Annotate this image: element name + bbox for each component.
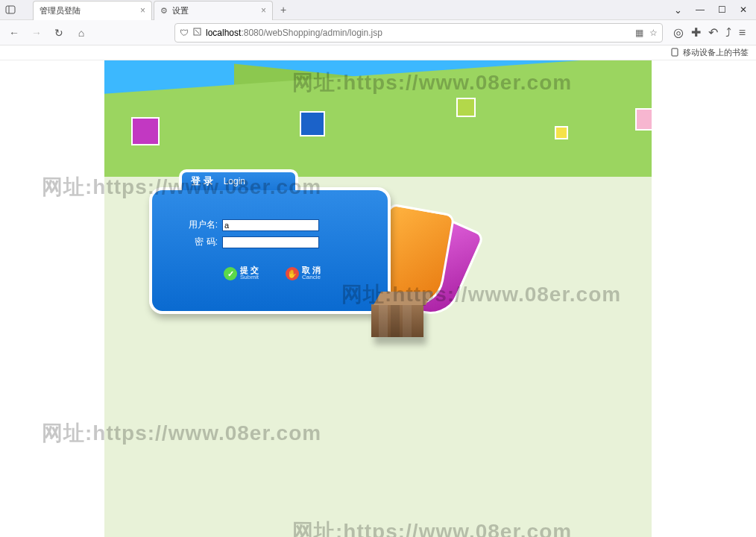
tab-label: 设置 xyxy=(172,5,189,16)
tab-strip: 管理员登陆 × ⚙ 设置 × + xyxy=(33,0,292,19)
cancel-button[interactable]: ✋ 取 消 Cancle xyxy=(286,266,321,281)
decor-box-icon xyxy=(371,292,431,339)
url-bar[interactable]: 🛡 localhost:8080/webShopping/admin/login… xyxy=(174,23,663,43)
check-icon: ✓ xyxy=(224,267,237,280)
lock-icon[interactable] xyxy=(193,28,201,38)
login-panel: 用户名: 密 码: ✓ 提 交 Submit xyxy=(149,187,391,314)
decor-square xyxy=(300,111,325,136)
submit-label-cn: 提 交 xyxy=(240,266,259,274)
new-tab-button[interactable]: + xyxy=(274,4,292,16)
forward-button[interactable]: → xyxy=(28,25,45,41)
svg-rect-4 xyxy=(672,48,678,56)
qr-icon[interactable]: ▦ xyxy=(635,28,643,38)
cancel-label-cn: 取 消 xyxy=(302,266,321,274)
stop-icon: ✋ xyxy=(286,267,299,280)
mobile-bookmarks[interactable]: 移动设备上的书签 xyxy=(671,47,749,58)
shield-icon[interactable]: 🛡 xyxy=(180,28,189,38)
submit-label-en: Submit xyxy=(240,274,259,281)
svg-line-3 xyxy=(195,30,199,34)
reload-button[interactable]: ↻ xyxy=(51,25,67,41)
decor-square xyxy=(131,117,160,145)
bookmark-star-icon[interactable]: ☆ xyxy=(649,28,658,38)
login-title-cn: 登 录 xyxy=(191,175,213,188)
gear-icon: ⚙ xyxy=(160,6,168,16)
page-body: 登 录 Login 用户名: 密 码: ✓ xyxy=(104,177,652,537)
tab-label: 管理员登陆 xyxy=(40,5,81,16)
undo-icon[interactable]: ↶ xyxy=(708,25,718,40)
banner xyxy=(104,60,652,177)
password-input[interactable] xyxy=(222,236,319,248)
titlebar: 管理员登陆 × ⚙ 设置 × + ⌄ — ☐ ✕ xyxy=(0,0,756,20)
decor-square xyxy=(555,126,568,139)
submit-button[interactable]: ✓ 提 交 Submit xyxy=(224,266,259,281)
maximize-button[interactable]: ☐ xyxy=(718,4,726,15)
login-title-en: Login xyxy=(224,176,245,186)
close-button[interactable]: ✕ xyxy=(740,4,747,15)
extensions-icon[interactable]: ✚ xyxy=(691,25,701,40)
close-icon[interactable]: × xyxy=(261,5,266,16)
cancel-label-en: Cancle xyxy=(302,274,321,281)
menu-icon[interactable]: ≡ xyxy=(739,26,746,40)
password-label: 密 码: xyxy=(182,236,218,248)
url-text: localhost:8080/webShopping/admin/login.j… xyxy=(206,28,382,38)
left-gutter xyxy=(0,60,104,537)
decor-square xyxy=(635,108,652,131)
tab-admin-login[interactable]: 管理员登陆 × xyxy=(33,1,152,20)
tab-settings[interactable]: ⚙ 设置 × xyxy=(154,1,273,20)
account-icon[interactable]: ◎ xyxy=(673,25,684,40)
sidebar-toggle-icon[interactable] xyxy=(0,4,21,15)
username-label: 用户名: xyxy=(182,219,218,231)
username-input[interactable] xyxy=(222,219,319,231)
close-icon[interactable]: × xyxy=(140,5,145,16)
back-button[interactable]: ← xyxy=(6,25,22,41)
bookmark-bar: 移动设备上的书签 xyxy=(0,45,756,60)
app-icon[interactable]: ⤴ xyxy=(725,26,731,40)
home-button[interactable]: ⌂ xyxy=(73,25,89,41)
right-gutter xyxy=(652,60,756,537)
decor-square xyxy=(456,98,476,117)
svg-rect-0 xyxy=(6,6,15,13)
navbar: ← → ↻ ⌂ 🛡 localhost:8080/webShopping/adm… xyxy=(0,20,756,45)
minimize-button[interactable]: — xyxy=(696,4,705,15)
chevron-down-icon[interactable]: ⌄ xyxy=(674,4,682,16)
nav-right-icons: ◎ ✚ ↶ ⤴ ≡ xyxy=(673,25,750,40)
page-content: 登 录 Login 用户名: 密 码: ✓ xyxy=(0,60,756,537)
window-controls: ⌄ — ☐ ✕ xyxy=(674,4,756,16)
login-header: 登 录 Login xyxy=(179,169,298,190)
